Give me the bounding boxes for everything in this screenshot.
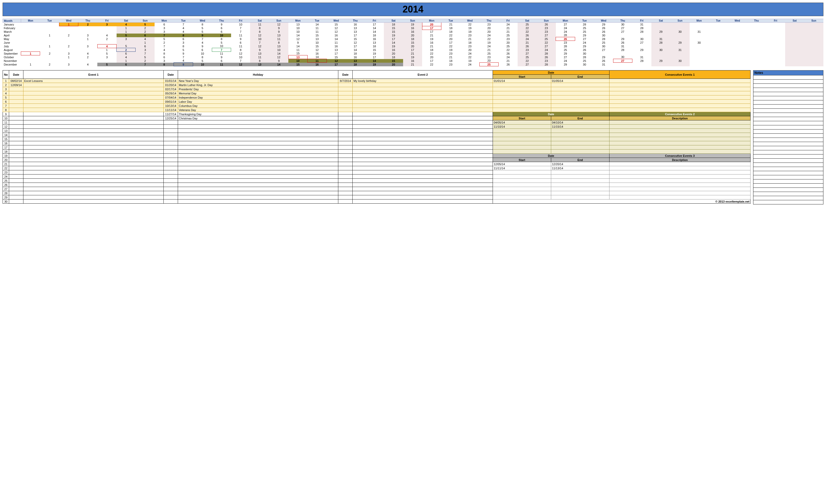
event-text[interactable] <box>23 87 164 91</box>
calendar-cell[interactable]: 17 <box>422 30 441 34</box>
calendar-cell[interactable]: 20 <box>422 55 441 59</box>
ce-start[interactable] <box>493 175 551 179</box>
event-text[interactable] <box>353 141 493 145</box>
event-date[interactable] <box>9 154 23 158</box>
ce-start[interactable] <box>493 104 551 108</box>
calendar-cell[interactable] <box>804 63 823 66</box>
calendar-cell[interactable] <box>804 37 823 41</box>
calendar-cell[interactable]: 27 <box>518 63 537 66</box>
calendar-cell[interactable] <box>651 34 670 37</box>
calendar-cell[interactable] <box>785 63 804 66</box>
calendar-cell[interactable]: 31 <box>632 55 651 59</box>
event-date[interactable] <box>338 83 353 87</box>
calendar-cell[interactable] <box>804 30 823 34</box>
calendar-cell[interactable]: 1 <box>21 52 40 55</box>
calendar-cell[interactable]: 10 <box>193 63 212 66</box>
calendar-cell[interactable] <box>804 52 823 55</box>
event-date[interactable] <box>164 191 178 195</box>
calendar-cell[interactable] <box>766 63 785 66</box>
calendar-cell[interactable]: 23 <box>460 45 479 48</box>
calendar-cell[interactable] <box>747 30 766 34</box>
calendar-cell[interactable] <box>747 55 766 59</box>
calendar-cell[interactable]: 12 <box>250 34 269 37</box>
calendar-cell[interactable] <box>728 59 747 63</box>
calendar-cell[interactable] <box>785 48 804 52</box>
calendar-cell[interactable]: 10 <box>288 30 307 34</box>
calendar-cell[interactable] <box>78 59 97 63</box>
calendar-cell[interactable]: 2 <box>135 26 155 30</box>
calendar-cell[interactable]: 4 <box>193 41 212 45</box>
event-text[interactable] <box>178 120 338 125</box>
calendar-cell[interactable]: 16 <box>384 48 403 52</box>
calendar-cell[interactable]: 18 <box>384 55 403 59</box>
event-text[interactable] <box>23 104 164 108</box>
calendar-cell[interactable]: 29 <box>594 55 613 59</box>
calendar-cell[interactable]: 3 <box>155 26 174 30</box>
event-text[interactable] <box>178 129 338 133</box>
calendar-cell[interactable]: 19 <box>384 45 403 48</box>
calendar-cell[interactable]: 12 <box>327 59 346 63</box>
calendar-cell[interactable]: 31 <box>613 45 632 48</box>
calendar-cell[interactable] <box>766 37 785 41</box>
event-date[interactable] <box>338 91 353 96</box>
event-date[interactable] <box>164 158 178 162</box>
calendar-cell[interactable]: 11 <box>212 52 231 55</box>
calendar-cell[interactable] <box>785 30 804 34</box>
calendar-cell[interactable]: 23 <box>537 59 555 63</box>
ce-end[interactable] <box>551 137 609 141</box>
event-text[interactable] <box>353 183 493 187</box>
ce-desc[interactable] <box>609 166 750 170</box>
calendar-cell[interactable]: 29 <box>670 41 689 45</box>
calendar-cell[interactable]: 11 <box>288 48 307 52</box>
calendar-cell[interactable]: 11 <box>250 23 269 26</box>
calendar-cell[interactable] <box>97 41 116 45</box>
ce-desc[interactable] <box>609 91 750 96</box>
ce-desc[interactable] <box>609 96 750 100</box>
note-cell[interactable] <box>753 138 823 142</box>
event-text[interactable] <box>23 162 164 166</box>
calendar-cell[interactable]: 25 <box>575 26 594 30</box>
calendar-cell[interactable]: 9 <box>193 34 212 37</box>
calendar-cell[interactable]: 18 <box>460 41 479 45</box>
calendar-cell[interactable] <box>670 23 689 26</box>
calendar-cell[interactable]: 26 <box>556 37 575 41</box>
calendar-cell[interactable]: 9 <box>250 48 269 52</box>
calendar-cell[interactable]: 10 <box>231 55 250 59</box>
note-cell[interactable] <box>753 75 823 79</box>
calendar-cell[interactable]: 14 <box>327 37 346 41</box>
event-date[interactable] <box>338 116 353 120</box>
event-date[interactable] <box>164 133 178 137</box>
event-date[interactable] <box>9 158 23 162</box>
note-cell[interactable] <box>753 121 823 125</box>
calendar-cell[interactable]: 24 <box>556 26 575 30</box>
calendar-cell[interactable] <box>709 63 728 66</box>
calendar-cell[interactable] <box>651 26 670 30</box>
event-text[interactable] <box>23 187 164 191</box>
calendar-cell[interactable]: 16 <box>327 45 346 48</box>
calendar-cell[interactable]: 23 <box>441 63 460 66</box>
calendar-cell[interactable]: 26 <box>613 41 632 45</box>
note-cell[interactable] <box>753 192 823 196</box>
calendar-cell[interactable]: 1 <box>78 37 97 41</box>
calendar-cell[interactable]: 2 <box>40 63 59 66</box>
calendar-cell[interactable]: 30 <box>670 30 689 34</box>
event-date[interactable] <box>338 125 353 129</box>
ce-end[interactable]: 11/13/14 <box>551 166 609 170</box>
calendar-cell[interactable] <box>728 48 747 52</box>
calendar-cell[interactable] <box>709 34 728 37</box>
calendar-cell[interactable]: 7 <box>212 48 231 52</box>
calendar-cell[interactable] <box>747 59 766 63</box>
calendar-cell[interactable]: 27 <box>575 37 594 41</box>
calendar-cell[interactable] <box>804 48 823 52</box>
calendar-cell[interactable]: 28 <box>613 48 632 52</box>
calendar-cell[interactable]: 30 <box>613 55 632 59</box>
event-date[interactable] <box>338 141 353 145</box>
calendar-cell[interactable]: 16 <box>327 34 346 37</box>
event-text[interactable] <box>23 154 164 158</box>
calendar-cell[interactable] <box>747 52 766 55</box>
event-text[interactable] <box>353 112 493 116</box>
calendar-cell[interactable]: 13 <box>346 26 365 30</box>
calendar-cell[interactable]: 13 <box>250 63 269 66</box>
calendar-cell[interactable] <box>117 41 135 45</box>
event-text[interactable] <box>23 120 164 125</box>
